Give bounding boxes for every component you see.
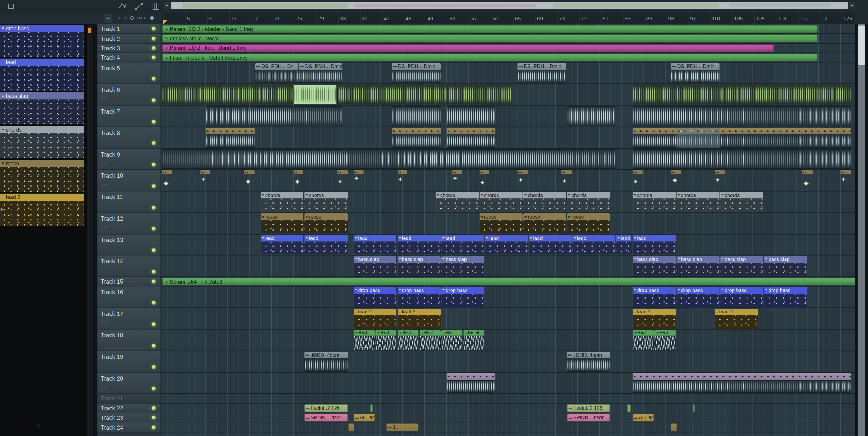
sparkle-clip[interactable]: ▸▸✦	[337, 170, 347, 190]
track-mute-led[interactable]	[152, 426, 156, 429]
track-header-2[interactable]: Track 2	[97, 34, 160, 44]
au-ap-clip[interactable]: ▸▸AU..ap	[353, 414, 375, 422]
track-mute-led[interactable]	[152, 46, 156, 50]
glyph-clip[interactable]: ▸ ▸ ▸ ▸ ▸ ▸ ▸ ▸	[392, 128, 441, 147]
lead-clip[interactable]: ≡lead	[261, 235, 304, 255]
audio-waveform-clip[interactable]	[293, 106, 342, 126]
re-l-clip[interactable]: ∿Re..l	[398, 330, 418, 350]
track-mute-led[interactable]	[152, 387, 156, 391]
re-l-clip[interactable]: ∿Re..l	[375, 330, 397, 350]
track-header-5[interactable]: Track 5...	[97, 63, 160, 84]
filter-melodia-cutoff-frequency-clip[interactable]: ∿Filter - melodia - Cutoff frequency	[162, 54, 818, 61]
vertical-scroll-handle[interactable]	[858, 25, 865, 65]
hscroll-left-button[interactable]: ◂	[164, 2, 170, 9]
pattern-picker-icon[interactable]: Ш	[8, 2, 14, 11]
lead-clip[interactable]: ≡lead	[353, 235, 396, 255]
glyph-clip[interactable]: ▸ ▸ ▸ ▸ ▸ ▸ ▸ ▸	[206, 128, 254, 147]
re-l-clip[interactable]: ∿Re..l	[441, 330, 462, 350]
ds-pdh-dmin-clip[interactable]: ▸▸DS_PDH.._Dmin	[671, 63, 719, 83]
hscroll-right-button[interactable]: ▸	[849, 2, 855, 9]
playlist-lane-24[interactable]: ▸▸J..	[161, 423, 855, 432]
playlist-lane-17[interactable]: ≡lead 2≡lead 2≡lead 2≡lead 2	[161, 308, 855, 329]
re-l-clip[interactable]: ∿Re..l	[632, 330, 654, 350]
lead-clip[interactable]: ≡lead	[616, 235, 632, 255]
audio-waveform-clip[interactable]	[348, 149, 615, 169]
track-mute-led[interactable]	[152, 120, 156, 124]
audio-waveform-clip[interactable]	[632, 106, 850, 126]
sparkle-clip[interactable]: ▸▸✦	[398, 170, 408, 190]
audio-waveform-clip[interactable]	[567, 106, 615, 126]
track-header-7[interactable]: Track 7...	[97, 106, 160, 127]
pattern-header[interactable]: ≡lead	[0, 59, 84, 66]
pattern-thumbnail[interactable]	[0, 201, 84, 226]
track-header-19[interactable]: Track 19...	[97, 351, 160, 372]
chords-clip[interactable]: ≡chords	[304, 192, 347, 212]
playlist-lane-7[interactable]	[161, 106, 855, 127]
track-mute-led[interactable]	[152, 98, 156, 102]
bass-slap-clip[interactable]: ≡bass slap	[676, 256, 719, 276]
sliver-clip[interactable]	[627, 404, 631, 412]
sparkle-clip[interactable]: ▸▸✦	[162, 170, 173, 190]
playlist-lane-6[interactable]	[161, 84, 855, 106]
chords-clip[interactable]: ≡chords	[436, 192, 478, 212]
track-mute-led[interactable]	[152, 206, 156, 209]
track-header-13[interactable]: Track 13...	[97, 234, 160, 256]
track-header-21[interactable]: Track 21	[97, 394, 160, 403]
track-header-11[interactable]: Track 11...	[97, 192, 160, 213]
drop-bass-clip[interactable]: ≡drop bass	[353, 287, 396, 307]
param-eq-2-kick-band-1-freq-clip[interactable]: ∿Param. EQ 2 - kick - Band 1 freq	[162, 44, 774, 52]
audio-waveform-clip[interactable]	[808, 85, 850, 104]
sparkle-clip[interactable]: ▸▸✦	[802, 170, 812, 190]
chords-clip[interactable]: ≡chords	[523, 192, 566, 212]
pattern-lead-2[interactable]: ≡lead 2▶	[0, 194, 84, 226]
playlist-lane-19[interactable]: ▸▸JØRD..4bpm▸▸JØRD..4bpm	[161, 351, 855, 372]
evolut-2-126-clip[interactable]: ▸▸Evolut..2 126	[304, 404, 347, 412]
re-el-clip[interactable]: ∿Re..el	[463, 330, 484, 350]
lead-2-clip[interactable]: ≡lead 2	[715, 309, 758, 329]
add-pattern-button[interactable]: +	[36, 422, 41, 430]
sparkle-clip[interactable]: ▸▸✦	[671, 170, 681, 190]
re-l-clip[interactable]: ∿Re..l	[419, 330, 440, 350]
sparkle-clip[interactable]: ▸▸✦	[244, 170, 254, 190]
bar-clip[interactable]	[671, 423, 677, 431]
reese-clip[interactable]: ≡reese	[479, 213, 522, 233]
audio-waveform-clip[interactable]	[337, 85, 347, 104]
playhead-marker[interactable]	[163, 21, 167, 24]
track-mute-led[interactable]	[152, 227, 156, 231]
pattern-header[interactable]: ≡bass slap	[0, 93, 84, 100]
playlist-lane-3[interactable]: ∿Param. EQ 2 - kick - Band 1 freq	[161, 44, 855, 53]
lead-clip[interactable]: ≡lead	[441, 235, 484, 255]
track-header-1[interactable]: Track 1	[97, 24, 160, 34]
audio-waveform-clip[interactable]	[632, 149, 850, 169]
j-rd-4bpm-clip[interactable]: ▸▸JØRD..4bpm	[304, 352, 347, 372]
reese-clip[interactable]: ≡reese	[304, 213, 347, 233]
slide-tool-icon[interactable]	[134, 2, 144, 11]
re-l-clip[interactable]: ∿Re..l	[353, 330, 375, 350]
pattern-thumbnail[interactable]	[0, 167, 84, 192]
audio-waveform-clip[interactable]	[392, 106, 441, 126]
audio-waveform-clip[interactable]	[720, 85, 763, 104]
audio-waveform-clip[interactable]	[250, 106, 293, 126]
track-header-8[interactable]: Track 8...	[97, 127, 160, 148]
chords-clip[interactable]: ≡chords	[632, 192, 675, 212]
re-l-clip[interactable]: ∿Re..l	[655, 330, 676, 350]
pattern-panel-scrollbar[interactable]	[87, 25, 93, 436]
audio-waveform-clip[interactable]	[162, 85, 205, 104]
lead-2-clip[interactable]: ≡lead 2	[353, 309, 396, 329]
playlist-lane-18[interactable]: ∿Re..l∿Re..l∿Re..l∿Re..l∿Re..l∿Re..el∿Re…	[161, 330, 855, 351]
glyph-clip[interactable]: ▸ ▸ ▸ ▸ ▸ ▸ ▸ ▸ ▸ ▸ ▸ ▸ ▸ ▸ ▸ ▸ ▸ ▸ ▸ ▸ …	[632, 373, 850, 393]
slide-toggle[interactable]	[150, 16, 154, 20]
ds-pdh-dmin-clip[interactable]: ▸▸DS_PDH.._Dmin	[299, 63, 342, 83]
track-mute-led[interactable]	[152, 365, 156, 369]
playlist-lane-22[interactable]: ▸▸Evolut..2 126▸▸Evolut..2 126	[161, 403, 855, 413]
track-header-6[interactable]: Track 6...	[97, 84, 160, 106]
bar-clip[interactable]	[348, 423, 354, 431]
track-header-20[interactable]: Track 20...	[97, 372, 160, 394]
ds-pdh-dmin-clip[interactable]: ▸▸DS_PDH.._Dmin	[392, 63, 441, 83]
bass-slap-clip[interactable]: ≡bass slap	[632, 256, 675, 276]
spinn-riser-clip[interactable]: ▸▸SPINN.._riser	[567, 414, 610, 422]
lead-clip[interactable]: ≡lead	[632, 235, 675, 255]
drop-bass-clip[interactable]: ≡drop bass	[632, 287, 675, 307]
track-mute-led[interactable]	[152, 36, 156, 40]
ds-pdh-dmin-clip[interactable]: ▸▸DS_PDH.._Dmin	[518, 63, 566, 83]
